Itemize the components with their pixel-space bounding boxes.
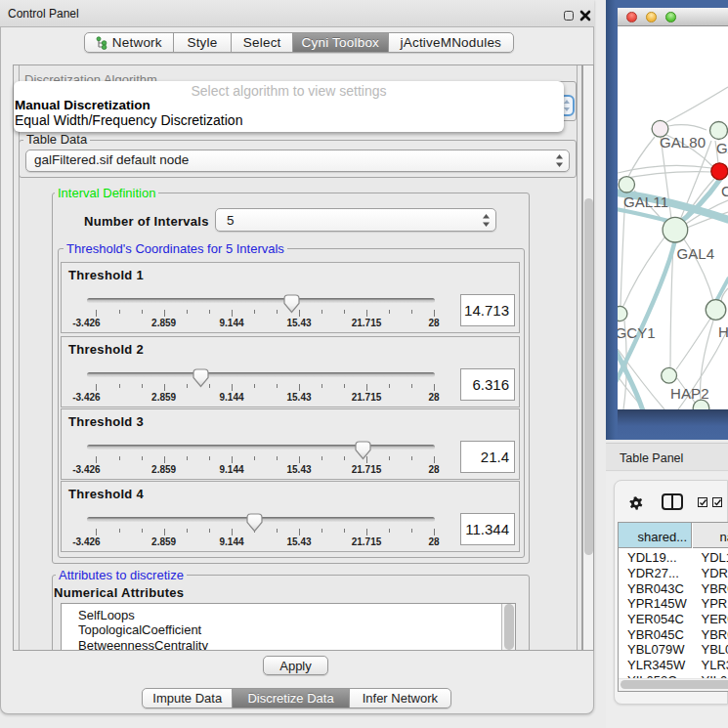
svg-text:GA: GA: [716, 140, 728, 156]
svg-text:HAP2: HAP2: [670, 385, 709, 402]
svg-text:GCY1: GCY1: [618, 324, 656, 341]
svg-text:GAL4: GAL4: [677, 245, 715, 262]
svg-text:C: C: [721, 183, 728, 199]
svg-text:GAL80: GAL80: [660, 134, 706, 150]
svg-text:H: H: [718, 323, 728, 340]
svg-text:GAL11: GAL11: [623, 193, 668, 210]
